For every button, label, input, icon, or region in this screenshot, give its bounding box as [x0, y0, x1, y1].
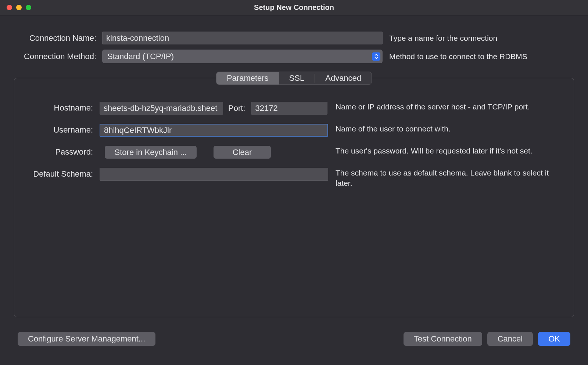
username-label: Username:: [25, 124, 100, 135]
window-controls: [0, 5, 31, 10]
username-input[interactable]: [100, 124, 328, 137]
content-area: Connection Name: Type a name for the con…: [0, 15, 588, 365]
default-schema-input[interactable]: [100, 168, 328, 181]
username-hint: Name of the user to connect with.: [328, 124, 563, 134]
connection-name-label: Connection Name:: [14, 33, 102, 43]
clear-password-button[interactable]: Clear: [214, 146, 271, 159]
minimize-button[interactable]: [16, 5, 22, 10]
parameters-content: Hostname: Port: Name or IP address of th…: [14, 97, 574, 203]
connection-method-value: Standard (TCP/IP): [102, 50, 383, 63]
configure-server-button[interactable]: Configure Server Management...: [18, 332, 155, 346]
ok-button[interactable]: OK: [538, 332, 570, 346]
maximize-button[interactable]: [26, 5, 31, 10]
port-input[interactable]: [251, 102, 327, 115]
select-caret-icon: [372, 52, 380, 61]
connection-method-select[interactable]: Standard (TCP/IP): [102, 50, 383, 63]
tab-ssl[interactable]: SSL: [279, 72, 315, 84]
password-label: Password:: [25, 146, 100, 157]
default-schema-row: Default Schema: The schema to use as def…: [25, 168, 563, 189]
default-schema-controls: [100, 168, 328, 181]
connection-name-input[interactable]: [102, 32, 383, 44]
tab-bar: Parameters SSL Advanced: [216, 72, 372, 85]
test-connection-button[interactable]: Test Connection: [404, 332, 482, 346]
store-keychain-button[interactable]: Store in Keychain ...: [105, 146, 197, 159]
hostname-input[interactable]: [100, 102, 223, 115]
hostname-row: Hostname: Port: Name or IP address of th…: [25, 102, 563, 115]
port-label: Port:: [228, 104, 245, 113]
window-title: Setup New Connection: [254, 3, 334, 12]
username-controls: [100, 124, 328, 137]
dialog-window: Setup New Connection Connection Name: Ty…: [0, 0, 588, 365]
connection-method-label: Connection Method:: [14, 52, 102, 61]
password-controls: Store in Keychain ... Clear: [100, 146, 328, 159]
hostname-controls: Port:: [100, 102, 328, 115]
connection-name-hint: Type a name for the connection: [389, 34, 574, 43]
default-schema-hint: The schema to use as default schema. Lea…: [328, 168, 563, 189]
connection-name-row: Connection Name: Type a name for the con…: [14, 32, 574, 44]
hostname-hint: Name or IP address of the server host - …: [328, 102, 563, 112]
password-row: Password: Store in Keychain ... Clear Th…: [25, 146, 563, 159]
username-row: Username: Name of the user to connect wi…: [25, 124, 563, 137]
password-hint: The user's password. Will be requested l…: [328, 146, 563, 156]
footer: Configure Server Management... Test Conn…: [14, 332, 574, 365]
connection-method-row: Connection Method: Standard (TCP/IP) Met…: [14, 50, 574, 63]
close-button[interactable]: [7, 5, 12, 10]
cancel-button[interactable]: Cancel: [487, 332, 533, 346]
titlebar: Setup New Connection: [0, 0, 588, 15]
hostname-label: Hostname:: [25, 102, 100, 113]
connection-method-hint: Method to use to connect to the RDBMS: [389, 52, 574, 61]
tab-parameters[interactable]: Parameters: [216, 72, 279, 84]
default-schema-label: Default Schema:: [25, 168, 100, 179]
tabs-panel: Parameters SSL Advanced Hostname: Port: …: [14, 78, 574, 317]
tab-advanced[interactable]: Advanced: [315, 72, 372, 84]
